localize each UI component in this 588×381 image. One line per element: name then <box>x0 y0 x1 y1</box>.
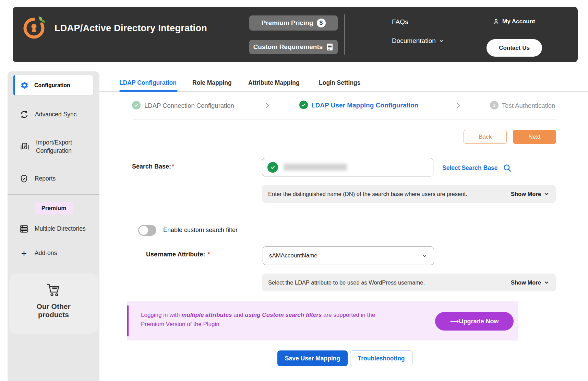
sidebar-divider <box>8 194 99 195</box>
username-attribute-help-text: Select the LDAP attribute to be used as … <box>268 279 425 286</box>
app-title: LDAP/Active Directory Integration <box>55 23 207 34</box>
sidebar-item-configuration[interactable]: Configuration <box>13 75 93 95</box>
sidebar-item-label: Add-ons <box>35 249 57 257</box>
other-products-title: Our Other products <box>28 302 79 319</box>
premium-upsell-banner: Logging in with multiple attributes and … <box>127 301 518 340</box>
redacted-value <box>284 164 347 171</box>
show-more-label: Show More <box>511 279 541 286</box>
gear-icon <box>20 81 29 90</box>
ldap-plugin-page: LDAP/Active Directory Integration Premiu… <box>0 0 588 381</box>
username-attribute-label-text: Username Attribute: <box>146 251 205 258</box>
premium-badge: Premium <box>35 202 73 215</box>
premium-pricing-label: Premium Pricing <box>262 19 313 27</box>
next-button[interactable]: Next <box>513 130 556 144</box>
chevron-right-icon <box>454 101 462 110</box>
long-arrow-icon: ⟶ <box>450 318 459 325</box>
import-export-icon <box>20 142 30 151</box>
tab-role-mapping[interactable]: Role Mapping <box>192 79 232 86</box>
sidebar-item-label: Import/Export Configuration <box>36 139 91 155</box>
sidebar-item-label: Configuration <box>34 82 70 89</box>
sidebar-item-reports[interactable]: Reports <box>20 174 56 183</box>
sidebar-item-label: Reports <box>35 175 56 183</box>
active-tab-underline <box>119 90 178 92</box>
search-base-input[interactable] <box>262 158 433 176</box>
top-header: LDAP/Active Directory Integration Premiu… <box>13 7 578 62</box>
documentation-menu[interactable]: Documentation <box>392 37 444 45</box>
select-search-base-label: Select Search Base <box>442 164 498 172</box>
search-base-label-text: Search Base: <box>132 163 171 170</box>
sidebar-item-multiple-directories[interactable]: Multiple Directories <box>20 224 86 233</box>
banner-em2: using Custom search filters <box>245 312 322 318</box>
cart-icon <box>45 282 62 298</box>
clipboard-icon <box>326 43 334 51</box>
username-attribute-label: Username Attribute: * <box>146 251 210 258</box>
banner-part2: and <box>232 312 245 318</box>
sidebar-item-import-export[interactable]: Import/Export Configuration <box>20 139 91 155</box>
my-account-link[interactable]: My Account <box>493 18 535 25</box>
sidebar-item-advanced-sync[interactable]: Advanced Sync <box>20 110 77 119</box>
sidebar-item-label: Multiple Directories <box>35 225 86 233</box>
app-logo-icon <box>22 15 47 40</box>
required-asterisk: * <box>172 163 174 170</box>
tab-login-settings[interactable]: Login Settings <box>319 79 361 86</box>
required-asterisk: * <box>207 251 210 258</box>
banner-em1: multiple attributes <box>181 312 232 318</box>
step-active-icon <box>299 101 308 109</box>
person-icon <box>493 18 500 25</box>
faqs-link[interactable]: FAQs <box>392 18 408 26</box>
upgrade-now-button[interactable]: ⟶Upgrade Now <box>435 312 514 331</box>
tab-attribute-mapping[interactable]: Attribute Mapping <box>248 79 300 86</box>
magnifier-icon <box>503 163 512 173</box>
troubleshooting-button[interactable]: Troubleshooting <box>350 350 412 366</box>
show-more-toggle[interactable]: Show More <box>511 279 550 286</box>
save-user-mapping-button[interactable]: Save User Mapping <box>277 350 348 366</box>
plus-icon: + <box>20 250 28 257</box>
show-more-toggle[interactable]: Show More <box>511 191 550 197</box>
custom-requirements-button[interactable]: Custom Requirements <box>249 40 338 54</box>
username-attribute-help-bar: Select the LDAP attribute to be used as … <box>262 274 556 291</box>
sidebar: Configuration Advanced Sync Import/Expor… <box>8 71 99 381</box>
custom-requirements-label: Custom Requirements <box>253 43 323 51</box>
step-completed-icon <box>132 101 141 109</box>
banner-text: Logging in with multiple attributes and … <box>141 310 381 329</box>
chevron-down-icon <box>422 253 428 259</box>
header-divider <box>344 14 345 55</box>
username-attribute-select[interactable]: sAMAccountName <box>263 246 434 265</box>
dollar-icon: $ <box>317 19 326 27</box>
search-base-help-bar: Enter the distinguished name (DN) of the… <box>262 185 556 203</box>
documentation-label: Documentation <box>392 37 436 45</box>
username-attribute-value: sAMAccountName <box>269 252 317 259</box>
search-base-label: Search Base:* <box>132 163 174 170</box>
valid-check-icon <box>267 162 278 173</box>
sidebar-item-add-ons[interactable]: + Add-ons <box>20 249 57 257</box>
step-ldap-connection[interactable]: LDAP Connection Configuration <box>144 102 234 109</box>
select-search-base-link[interactable]: Select Search Base <box>442 163 512 173</box>
sync-icon <box>20 110 29 119</box>
step-user-mapping[interactable]: LDAP User Mapping Configuration <box>311 102 418 109</box>
contact-us-button[interactable]: Contact Us <box>487 39 542 57</box>
toggle-knob <box>139 226 148 235</box>
tab-ldap-configuration[interactable]: LDAP Configuration <box>119 79 177 86</box>
custom-search-filter-toggle[interactable] <box>138 225 156 236</box>
faqs-label: FAQs <box>392 18 408 26</box>
stepper-separator <box>133 119 556 119</box>
chevron-down-icon <box>543 279 550 286</box>
banner-accent-stripe <box>127 305 129 336</box>
step-test-authentication[interactable]: Test Authentication <box>502 102 555 109</box>
other-products-card[interactable]: Our Other products <box>9 274 98 334</box>
shield-check-icon <box>20 174 28 183</box>
sidebar-item-label: Advanced Sync <box>35 111 77 119</box>
custom-search-filter-label: Enable custom search filter <box>163 227 238 234</box>
search-base-help-text: Enter the distinguished name (DN) of the… <box>268 191 467 197</box>
account-underline <box>482 31 566 31</box>
premium-pricing-button[interactable]: Premium Pricing $ <box>249 15 338 31</box>
my-account-label: My Account <box>502 18 535 25</box>
chevron-right-icon <box>263 101 271 110</box>
back-button[interactable]: Back <box>464 130 507 144</box>
chevron-down-icon <box>439 38 444 44</box>
upgrade-now-label: Upgrade Now <box>459 318 499 325</box>
chevron-down-icon <box>543 191 550 197</box>
server-stack-icon <box>20 224 28 233</box>
banner-part1: Logging in with <box>141 312 181 318</box>
show-more-label: Show More <box>511 191 541 197</box>
